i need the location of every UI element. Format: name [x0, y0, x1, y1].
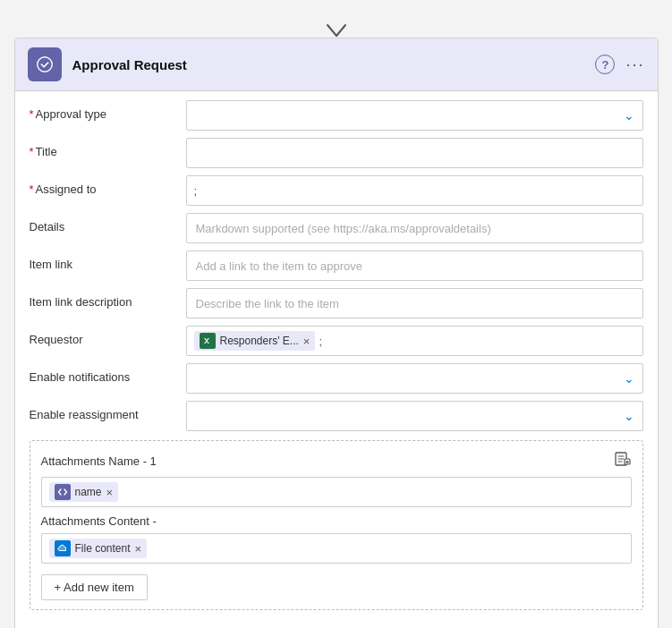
enable-reassignment-control: Yes ⌄	[186, 401, 643, 431]
enable-notifications-row: Enable notifications Yes ⌄	[30, 363, 643, 395]
title-input[interactable]: Approval Request -	[186, 138, 643, 168]
card-header: Approval Request ? ···	[15, 38, 658, 91]
more-options-button[interactable]: ···	[625, 56, 644, 72]
add-new-item-button[interactable]: + Add new item	[41, 574, 148, 600]
name-token-close[interactable]: ×	[106, 487, 114, 498]
card-title: Approval Request	[72, 57, 596, 72]
assigned-to-control: ;	[186, 175, 643, 206]
svg-point-0	[37, 57, 52, 72]
details-control	[186, 213, 643, 243]
cloud-icon	[55, 540, 71, 556]
item-link-label: Item link	[30, 250, 186, 271]
item-link-desc-control	[186, 288, 643, 318]
requestor-row: Requestor Responders' E... ×	[30, 326, 643, 358]
item-link-desc-input[interactable]	[186, 288, 643, 318]
assigned-to-token-field[interactable]: ;	[186, 175, 643, 206]
attachments-name-label: Attachments Name - 1	[41, 454, 157, 468]
attachments-section: Attachments Name - 1	[30, 440, 643, 610]
attachments-name-header: Attachments Name - 1	[41, 450, 632, 471]
name-token: name ×	[49, 482, 119, 502]
enable-notifications-select-wrapper: Yes ⌄	[186, 363, 643, 394]
attachments-content-label: Attachments Content -	[41, 514, 632, 528]
excel-icon	[200, 333, 216, 349]
item-link-desc-row: Item link description	[30, 288, 643, 320]
enable-reassignment-input[interactable]: Yes	[186, 401, 643, 431]
assigned-to-row: *Assigned to ;	[30, 175, 643, 208]
requestor-semi: ;	[319, 335, 322, 348]
requestor-token-close[interactable]: ×	[303, 335, 310, 347]
top-arrow-indicator	[14, 18, 659, 38]
footer: Hide advanced options ⌃	[15, 617, 658, 628]
assigned-to-semi: ;	[194, 184, 198, 198]
enable-notifications-label: Enable notifications	[30, 363, 186, 384]
attachments-name-field[interactable]: name ×	[41, 477, 632, 507]
approval-type-row: *Approval type Approve/Reject - First to…	[30, 100, 643, 132]
requestor-token-field[interactable]: Responders' E... × ;	[186, 326, 643, 356]
item-link-desc-label: Item link description	[30, 288, 186, 309]
requestor-token-label: Responders' E...	[220, 335, 299, 347]
requestor-control: Responders' E... × ;	[186, 326, 643, 356]
card-header-icon	[28, 47, 62, 81]
enable-notifications-control: Yes ⌄	[186, 363, 643, 394]
item-link-input[interactable]	[186, 250, 643, 281]
svg-rect-1	[202, 335, 213, 346]
form-body: *Approval type Approve/Reject - First to…	[15, 91, 658, 610]
enable-reassignment-row: Enable reassignment Yes ⌄	[30, 401, 643, 433]
help-button[interactable]: ?	[595, 55, 615, 74]
approval-type-input[interactable]: Approve/Reject - First to respond	[186, 100, 643, 131]
enable-reassignment-select-wrapper: Yes ⌄	[186, 401, 643, 431]
details-row: Details	[30, 213, 643, 245]
attachments-content-field[interactable]: File content ×	[41, 533, 632, 564]
file-content-token-label: File content	[75, 542, 131, 555]
approval-type-select-wrapper: Approve/Reject - First to respond ⌄	[186, 100, 643, 131]
item-link-row: Item link	[30, 250, 643, 283]
title-row: *Title Approval Request -	[30, 138, 643, 170]
details-input[interactable]	[186, 213, 643, 243]
file-content-token-close[interactable]: ×	[135, 543, 142, 555]
attachments-icon-button[interactable]	[614, 450, 632, 471]
assigned-to-label: *Assigned to	[30, 175, 186, 196]
enable-reassignment-label: Enable reassignment	[30, 401, 186, 421]
name-token-label: name	[75, 486, 102, 498]
approval-request-card: Approval Request ? ··· *Approval type Ap…	[14, 38, 659, 628]
enable-notifications-input[interactable]: Yes	[186, 363, 643, 394]
item-link-control	[186, 250, 643, 281]
requestor-token: Responders' E... ×	[194, 331, 316, 351]
code-icon	[55, 484, 71, 500]
approval-type-label: *Approval type	[30, 100, 186, 121]
file-content-token: File content ×	[49, 539, 148, 558]
details-label: Details	[30, 213, 186, 233]
header-actions: ? ···	[595, 55, 644, 74]
title-control: Approval Request -	[186, 138, 643, 168]
requestor-label: Requestor	[30, 326, 186, 346]
approval-type-control: Approve/Reject - First to respond ⌄	[186, 100, 643, 131]
title-label: *Title	[30, 138, 186, 158]
